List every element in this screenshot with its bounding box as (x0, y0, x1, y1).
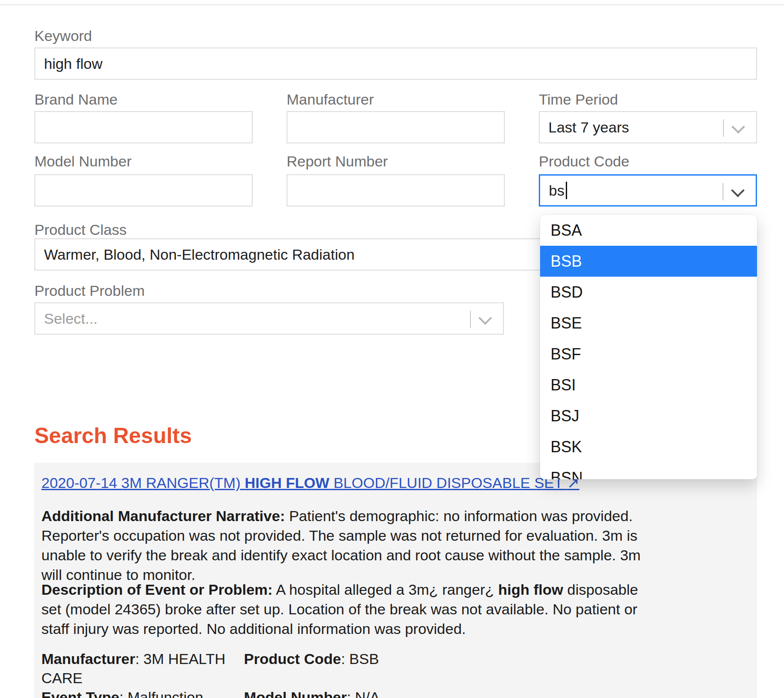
dropdown-option-BSI[interactable]: BSI (540, 369, 757, 400)
time-period-value: Last 7 years (548, 119, 629, 136)
product-problem-select[interactable]: Select... (34, 302, 504, 335)
result-link-text: BLOOD/FLUID DISPOSABLE SET (329, 474, 567, 491)
description-paragraph: Description of Event or Problem: A hospi… (41, 580, 650, 639)
product-class-value: Warmer, Blood, Non-Electromagnetic Radia… (44, 246, 355, 263)
description-label: Description of Event or Problem: (41, 581, 273, 598)
brand-name-label: Brand Name (34, 91, 118, 108)
result-field: Model Number: N/A (244, 688, 380, 698)
product-problem-label: Product Problem (34, 282, 145, 299)
select-divider (470, 311, 471, 328)
keyword-value: high flow (44, 55, 102, 72)
product-problem-placeholder: Select... (44, 310, 98, 327)
report-number-input[interactable] (287, 174, 505, 207)
description-keyword: high flow (498, 581, 563, 598)
description-text: A hospital alleged a 3m¿ ranger¿ (273, 581, 498, 598)
keyword-label: Keyword (34, 27, 92, 44)
result-field: Event Type: Malfunction (41, 688, 244, 698)
chevron-down-icon (731, 120, 745, 133)
top-divider (0, 4, 784, 5)
result-link-keyword: HIGH FLOW (245, 474, 330, 491)
model-number-input[interactable] (34, 174, 253, 207)
dropdown-option-BSF[interactable]: BSF (540, 339, 757, 369)
result-field: Product Code: BSB (244, 649, 380, 688)
model-number-label: Model Number (34, 152, 132, 170)
product-code-value: bs (549, 182, 564, 199)
chevron-down-icon[interactable] (731, 183, 744, 197)
dropdown-option-BSJ[interactable]: BSJ (540, 400, 757, 431)
dropdown-option-BSE[interactable]: BSE (540, 308, 757, 339)
search-page: Keyword high flow Brand Name Manufacture… (0, 0, 784, 698)
time-period-label: Time Period (539, 91, 618, 108)
dropdown-option-BSA[interactable]: BSA (540, 215, 757, 246)
narrative-paragraph: Additional Manufacturer Narrative: Patie… (41, 506, 650, 585)
dropdown-option-BSN[interactable]: BSN (540, 462, 757, 479)
result-link[interactable]: 2020-07-14 3M RANGER(TM) HIGH FLOW BLOOD… (41, 473, 579, 493)
product-class-label: Product Class (34, 221, 127, 238)
brand-name-input[interactable] (34, 111, 253, 143)
result-card: 2020-07-14 3M RANGER(TM) HIGH FLOW BLOOD… (34, 463, 757, 698)
manufacturer-input[interactable] (287, 111, 505, 143)
result-fields: Manufacturer: 3M HEALTH CAREProduct Code… (41, 649, 380, 698)
text-cursor (566, 182, 567, 199)
product-code-input[interactable]: bs (539, 174, 757, 207)
dropdown-option-BSB[interactable]: BSB (540, 246, 757, 277)
select-divider (723, 183, 723, 200)
dropdown-option-BSD[interactable]: BSD (540, 277, 757, 308)
result-link-text: 2020-07-14 3M RANGER(TM) (41, 474, 245, 491)
dropdown-option-BSK[interactable]: BSK (540, 431, 757, 462)
narrative-label: Additional Manufacturer Narrative: (41, 508, 285, 524)
product-code-dropdown: BSABSBBSDBSEBSFBSIBSJBSKBSN (540, 215, 757, 479)
search-results-heading: Search Results (34, 424, 192, 448)
select-divider (723, 119, 724, 137)
chevron-down-icon (478, 311, 492, 325)
result-field: Manufacturer: 3M HEALTH CARE (41, 649, 244, 688)
keyword-input[interactable]: high flow (34, 47, 757, 80)
report-number-label: Report Number (287, 152, 388, 170)
product-code-label: Product Code (539, 152, 629, 170)
time-period-select[interactable]: Last 7 years (539, 111, 757, 143)
manufacturer-label: Manufacturer (287, 91, 374, 108)
